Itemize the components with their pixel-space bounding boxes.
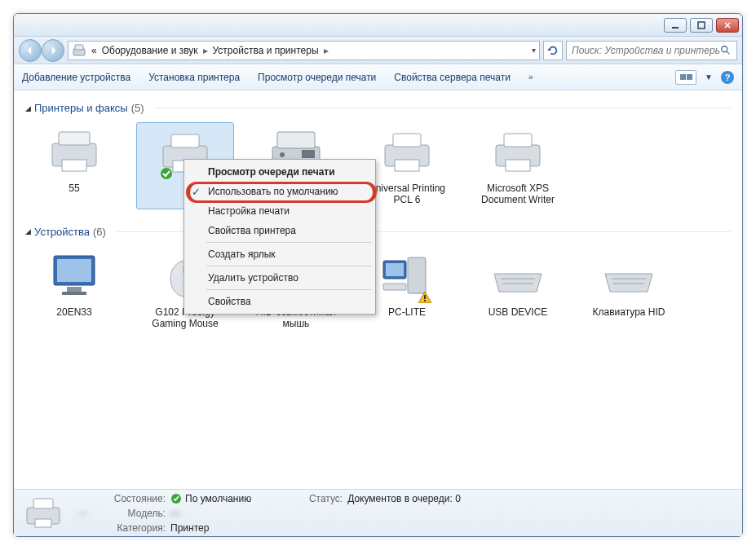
back-button[interactable] xyxy=(19,39,42,62)
svg-rect-21 xyxy=(506,160,530,171)
svg-rect-3 xyxy=(75,45,83,50)
state-value: По умолчанию xyxy=(170,491,251,506)
ctx-remove-device[interactable]: Удалить устройство xyxy=(187,268,373,288)
devices-items: 20EN33 G102 Prodigy Gaming Mouse HID-сов… xyxy=(25,241,731,345)
explorer-window: « Оборудование и звук ▸ Устройства и при… xyxy=(13,13,743,537)
check-circle-icon xyxy=(170,493,182,504)
address-bar-row: « Оборудование и звук ▸ Устройства и при… xyxy=(14,37,742,64)
svg-rect-23 xyxy=(57,259,91,282)
svg-rect-7 xyxy=(62,160,86,171)
refresh-button[interactable] xyxy=(543,41,563,60)
group-header-printers[interactable]: ◢ Принтеры и факсы (5) xyxy=(25,97,731,117)
svg-rect-9 xyxy=(171,134,199,147)
device-item[interactable]: 20EN33 xyxy=(25,246,123,333)
svg-point-4 xyxy=(722,46,727,51)
item-label: USB DEVICE xyxy=(469,305,567,321)
view-mode-button[interactable] xyxy=(675,70,696,85)
printer-item[interactable]: Microsoft XPS Document Writer xyxy=(469,122,567,209)
ctx-set-default[interactable]: ✓ Использовать по умолчанию xyxy=(187,182,373,201)
svg-rect-43 xyxy=(33,499,53,508)
device-item[interactable]: USB DEVICE xyxy=(469,246,567,333)
svg-rect-36 xyxy=(424,295,426,299)
monitor-icon xyxy=(25,246,123,305)
printer-item[interactable]: 55 xyxy=(25,122,123,209)
search-icon xyxy=(720,45,732,56)
minimize-button[interactable] xyxy=(664,18,687,33)
search-input[interactable] xyxy=(566,41,737,60)
model-label: Модель: xyxy=(102,506,166,521)
item-label: 55 xyxy=(25,181,123,197)
maximize-button[interactable] xyxy=(690,18,713,33)
svg-rect-20 xyxy=(504,134,532,147)
breadcrumb[interactable]: « Оборудование и звук ▸ Устройства и при… xyxy=(68,41,540,60)
item-label: Microsoft XPS Document Writer xyxy=(469,181,567,209)
forward-button[interactable] xyxy=(42,39,64,62)
breadcrumb-prefix: « xyxy=(91,45,97,56)
printer-icon xyxy=(469,122,567,181)
item-label: Клавиатура HID xyxy=(580,305,678,321)
search-field[interactable] xyxy=(572,45,720,56)
device-item[interactable]: Клавиатура HID xyxy=(580,246,678,333)
add-printer-button[interactable]: Установка принтера xyxy=(148,72,240,83)
svg-rect-13 xyxy=(277,132,315,148)
add-device-button[interactable]: Добавление устройства xyxy=(22,72,130,83)
svg-point-15 xyxy=(280,152,285,157)
dropdown-chevron-icon[interactable]: ▾ xyxy=(532,46,536,55)
breadcrumb-1[interactable]: Оборудование и звук xyxy=(102,45,198,56)
titlebar xyxy=(14,14,742,37)
group-header-devices[interactable]: ◢ Устройства (6) xyxy=(25,221,731,241)
view-dropdown-icon[interactable]: ▼ xyxy=(705,73,713,81)
group-title: Принтеры и факсы xyxy=(34,102,128,114)
svg-rect-18 xyxy=(395,160,419,171)
svg-rect-14 xyxy=(302,150,315,158)
svg-rect-17 xyxy=(393,134,421,147)
help-icon[interactable]: ? xyxy=(721,71,734,84)
status-bar: — Состояние: По умолчанию Модель:— Катег… xyxy=(14,489,742,536)
printers-items: 55 Universal Printing PCL 6 xyxy=(25,117,731,221)
status-value: Документов в очереди: 0 xyxy=(347,491,461,506)
svg-rect-25 xyxy=(62,292,86,295)
context-menu: Просмотр очереди печати ✓ Использовать п… xyxy=(183,159,376,315)
overflow-chevron-icon[interactable]: » xyxy=(528,73,533,81)
model-value: — xyxy=(170,506,180,521)
nav-buttons xyxy=(19,39,64,62)
svg-rect-32 xyxy=(408,257,426,293)
keyboard-icon xyxy=(580,246,678,305)
group-count: (6) xyxy=(93,226,106,238)
ctx-label: Использовать по умолчанию xyxy=(208,186,338,197)
ctx-view-queue[interactable]: Просмотр очереди печати xyxy=(187,162,373,182)
status-printer-icon xyxy=(24,496,63,530)
svg-rect-24 xyxy=(67,287,82,292)
status-label: Статус: xyxy=(279,491,343,506)
ctx-create-shortcut[interactable]: Создать ярлык xyxy=(187,244,373,264)
printer-icon xyxy=(25,122,123,181)
svg-rect-1 xyxy=(698,22,705,29)
collapse-triangle-icon[interactable]: ◢ xyxy=(25,104,31,112)
devices-icon xyxy=(72,43,86,58)
svg-rect-44 xyxy=(35,519,51,527)
category-value: Принтер xyxy=(170,521,209,535)
category-label: Категория: xyxy=(102,521,166,535)
default-badge-icon xyxy=(160,167,173,180)
view-queue-button[interactable]: Просмотр очереди печати xyxy=(258,72,376,83)
content-area: ◢ Принтеры и факсы (5) 55 xyxy=(14,90,742,489)
state-label: Состояние: xyxy=(102,491,166,506)
close-button[interactable] xyxy=(716,18,739,33)
svg-point-11 xyxy=(161,168,172,179)
keyboard-icon xyxy=(469,246,567,305)
checkmark-icon: ✓ xyxy=(192,186,201,198)
svg-rect-35 xyxy=(383,284,406,290)
status-device-name: — xyxy=(77,508,87,519)
group-title: Устройства xyxy=(34,226,90,238)
svg-rect-0 xyxy=(672,27,679,29)
server-properties-button[interactable]: Свойства сервера печати xyxy=(394,72,511,83)
ctx-printer-properties[interactable]: Свойства принтера xyxy=(187,221,373,240)
breadcrumb-2[interactable]: Устройства и принтеры xyxy=(213,45,319,56)
collapse-triangle-icon[interactable]: ◢ xyxy=(25,227,31,235)
svg-rect-34 xyxy=(386,263,404,276)
item-label: 20EN33 xyxy=(25,305,123,321)
ctx-properties[interactable]: Свойства xyxy=(187,292,373,311)
chevron-right-icon: ▸ xyxy=(324,45,329,56)
ctx-print-settings[interactable]: Настройка печати xyxy=(187,201,373,221)
svg-rect-6 xyxy=(59,132,90,145)
